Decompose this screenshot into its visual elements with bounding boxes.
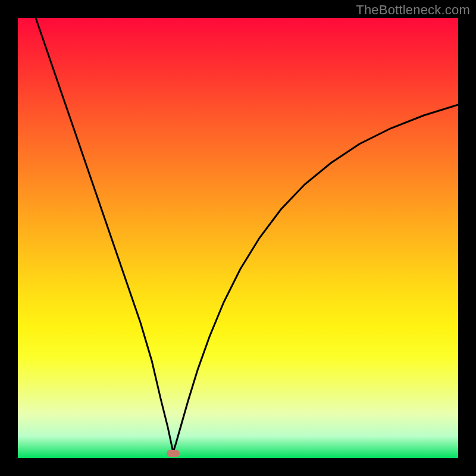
vertex-marker — [167, 450, 180, 457]
curve-left-branch — [36, 18, 173, 452]
chart-frame: TheBottleneck.com — [0, 0, 476, 476]
curve-right-branch — [173, 105, 458, 452]
bottleneck-curve — [18, 18, 458, 458]
plot-area — [18, 18, 458, 458]
attribution-text: TheBottleneck.com — [356, 2, 470, 18]
